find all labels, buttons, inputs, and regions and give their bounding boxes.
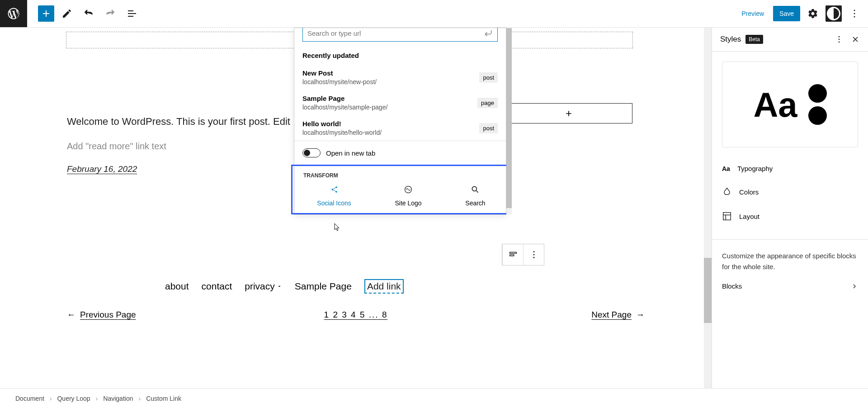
open-new-tab-toggle[interactable] — [302, 148, 321, 157]
svg-point-7 — [533, 257, 534, 258]
svg-point-1 — [854, 13, 855, 14]
layout-label: Layout — [739, 213, 760, 220]
nav-privacy[interactable]: privacy — [245, 281, 282, 292]
svg-point-12 — [839, 39, 840, 40]
chevron-right-icon — [851, 283, 858, 290]
droplet-icon — [722, 187, 732, 197]
enter-icon[interactable] — [484, 28, 493, 38]
recent-item-sample-page[interactable]: Sample Page localhost/mysite/sample-page… — [294, 90, 506, 115]
link-popup: Recently updated New Post localhost/mysi… — [294, 28, 506, 215]
svg-point-6 — [533, 254, 534, 256]
more-menu-icon[interactable] — [845, 5, 863, 23]
recent-item-title: Hello world! — [302, 120, 382, 128]
toolbar-icon-1[interactable] — [502, 244, 523, 265]
previous-page-link[interactable]: ← Previous Page — [67, 310, 136, 320]
svg-rect-3 — [509, 252, 516, 254]
recently-updated-heading: Recently updated — [294, 46, 506, 65]
pagination: ← Previous Page 1 2 3 4 5 ... 8 Next Pag… — [0, 310, 712, 320]
typography-label: Typography — [737, 165, 773, 172]
styles-contrast-icon[interactable] — [826, 5, 842, 22]
svg-point-2 — [854, 16, 855, 18]
recent-item-url: localhost/mysite/hello-world/ — [302, 129, 382, 136]
sidebar-header: Styles Beta — [712, 28, 868, 52]
svg-point-11 — [839, 36, 840, 38]
transform-section: TRANSFORM Social Icons Site Logo Search — [291, 165, 511, 214]
prev-page-label: Previous Page — [80, 310, 136, 320]
wordpress-logo[interactable] — [0, 0, 27, 27]
recent-item-type: post — [479, 123, 498, 133]
svg-point-0 — [854, 10, 855, 11]
transform-site-logo[interactable]: Site Logo — [395, 185, 421, 207]
recent-item-url: localhost/mysite/new-post/ — [302, 78, 377, 85]
nav-sample-page[interactable]: Sample Page — [295, 281, 352, 292]
redo-icon[interactable] — [101, 5, 119, 23]
editor-canvas: Welcome to WordPress. This is your first… — [0, 28, 712, 388]
settings-icon[interactable] — [804, 5, 822, 23]
post-date[interactable]: February 16, 2022 — [67, 164, 137, 174]
breadcrumb-bar: Document › Query Loop › Navigation › Cus… — [0, 388, 868, 408]
block-toolbar — [502, 244, 544, 266]
preview-link[interactable]: Preview — [736, 6, 769, 21]
transform-search-label: Search — [465, 199, 485, 207]
colors-label: Colors — [739, 188, 759, 196]
layout-option[interactable]: Layout — [712, 204, 868, 228]
sidebar-description: Customize the appearance of specific blo… — [712, 251, 868, 272]
transform-social-icons[interactable]: Social Icons — [317, 185, 351, 207]
styles-sidebar: Styles Beta Aa Aa Typography Colors Layo… — [712, 28, 868, 388]
styles-preview[interactable]: Aa — [722, 62, 858, 147]
undo-icon[interactable] — [80, 5, 98, 23]
list-view-icon[interactable] — [123, 5, 141, 23]
nav-add-link[interactable]: Add link — [364, 279, 404, 294]
layout-icon — [722, 211, 732, 221]
save-button[interactable]: Save — [773, 6, 800, 21]
edit-icon[interactable] — [58, 5, 76, 23]
chevron-down-icon — [277, 284, 282, 289]
breadcrumb-navigation[interactable]: Navigation — [103, 395, 133, 402]
svg-point-9 — [472, 186, 477, 191]
add-block-button[interactable] — [38, 5, 54, 22]
read-more-placeholder[interactable]: Add "read more" link text — [67, 141, 166, 152]
top-toolbar: Preview Save — [0, 0, 868, 28]
canvas-scrollbar[interactable] — [704, 28, 712, 388]
add-block-appender[interactable] — [505, 103, 632, 123]
color-preview-dots — [808, 84, 827, 125]
svg-point-5 — [533, 251, 534, 252]
colors-option[interactable]: Colors — [712, 180, 868, 204]
svg-rect-14 — [723, 213, 731, 220]
breadcrumb-custom-link[interactable]: Custom Link — [146, 395, 181, 402]
recent-item-title: Sample Page — [302, 95, 387, 102]
next-page-link[interactable]: Next Page → — [591, 310, 645, 320]
popup-scrollbar[interactable] — [506, 28, 512, 214]
post-content-text[interactable]: Welcome to WordPress. This is your first… — [67, 116, 290, 128]
transform-social-label: Social Icons — [317, 199, 351, 207]
breadcrumb-document[interactable]: Document — [15, 395, 44, 402]
transform-heading: TRANSFORM — [295, 172, 507, 185]
recent-item-title: New Post — [302, 69, 377, 77]
sidebar-more-icon[interactable] — [835, 35, 844, 44]
chevron-right-icon: › — [96, 395, 98, 402]
open-new-tab-label: Open in new tab — [326, 149, 375, 157]
chevron-right-icon: › — [50, 395, 52, 402]
page-numbers[interactable]: 1 2 3 4 5 ... 8 — [324, 310, 388, 320]
close-icon[interactable] — [851, 35, 860, 44]
recent-item-hello-world[interactable]: Hello world! localhost/mysite/hello-worl… — [294, 115, 506, 141]
blocks-row[interactable]: Blocks — [712, 272, 868, 300]
next-page-label: Next Page — [591, 310, 632, 320]
recent-item-type: post — [479, 72, 498, 83]
nav-about[interactable]: about — [165, 281, 189, 292]
share-icon — [330, 185, 339, 194]
transform-logo-label: Site Logo — [395, 199, 421, 207]
svg-line-10 — [476, 191, 478, 193]
nav-contact[interactable]: contact — [202, 281, 232, 292]
typography-preview: Aa — [753, 85, 797, 124]
open-new-tab-row: Open in new tab — [294, 141, 506, 165]
link-search-input[interactable] — [307, 29, 484, 37]
transform-search[interactable]: Search — [465, 185, 485, 207]
svg-point-13 — [839, 42, 840, 43]
typography-option[interactable]: Aa Typography — [712, 157, 868, 180]
breadcrumb-query-loop[interactable]: Query Loop — [57, 395, 90, 402]
toolbar-options-icon[interactable] — [523, 244, 544, 265]
link-search-input-wrap — [302, 28, 498, 42]
svg-rect-4 — [509, 255, 514, 256]
recent-item-new-post[interactable]: New Post localhost/mysite/new-post/ post — [294, 65, 506, 90]
